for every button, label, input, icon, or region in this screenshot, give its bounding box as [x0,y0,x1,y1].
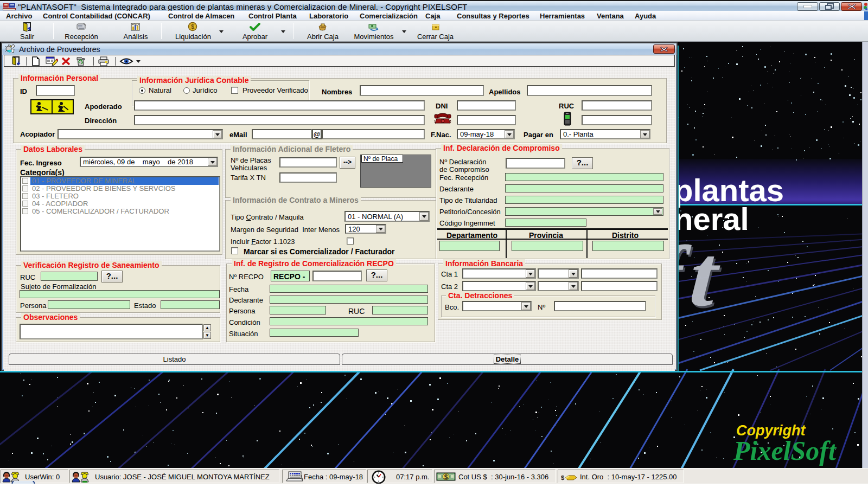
svg-text:$: $ [444,473,448,481]
svg-text:$: $ [191,24,194,30]
svg-text:$: $ [561,474,564,481]
